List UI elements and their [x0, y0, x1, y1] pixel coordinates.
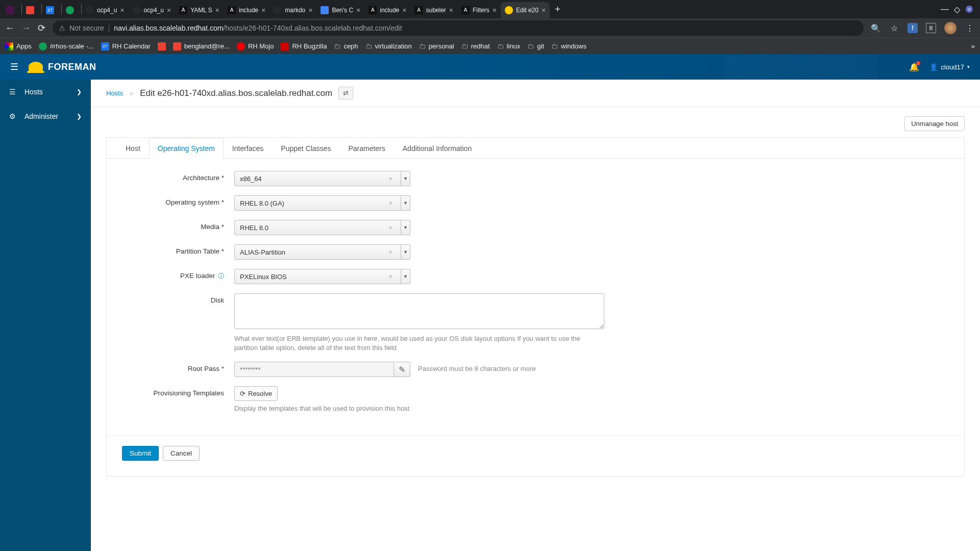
tab-parameters[interactable]: Parameters — [339, 138, 394, 159]
browser-tab[interactable] — [2, 2, 21, 18]
chevron-right-icon: ❯ — [77, 88, 82, 95]
edit-password-button[interactable]: ✎ — [394, 362, 410, 377]
browser-tab[interactable]: 27 — [42, 2, 61, 18]
profile-avatar[interactable] — [944, 22, 957, 34]
browser-tab[interactable]: Ainclude× — [364, 2, 410, 18]
bookmarks-overflow-icon[interactable]: » — [971, 42, 975, 50]
close-icon[interactable]: × — [356, 6, 360, 14]
browser-tab[interactable]: markdo× — [270, 2, 316, 18]
folder-icon: 🗀 — [527, 42, 534, 50]
close-icon[interactable]: × — [493, 6, 497, 14]
forward-icon[interactable]: → — [21, 23, 31, 34]
tab-operating-system[interactable]: Operating System — [149, 138, 224, 159]
reload-icon[interactable]: ⟳ — [38, 22, 45, 34]
sidebar-item-administer[interactable]: ⚙ Administer ❯ — [0, 104, 91, 129]
cancel-button[interactable]: Cancel — [163, 446, 200, 461]
bookmark-folder[interactable]: 🗀virtualization — [365, 42, 412, 50]
close-icon[interactable]: × — [402, 6, 406, 14]
browser-tab[interactable]: Ainclude× — [224, 2, 270, 18]
bookmark-folder[interactable]: 🗀redhat — [461, 42, 490, 50]
notifications-icon[interactable]: 🔔 — [909, 62, 919, 72]
clear-icon[interactable]: × — [385, 224, 396, 231]
tab-additional-information[interactable]: Additional Information — [394, 138, 480, 159]
minimize-icon[interactable]: — — [941, 6, 948, 13]
unmanage-host-button[interactable]: Unmanage host — [904, 116, 965, 131]
swap-button[interactable]: ⇄ — [338, 87, 353, 99]
breadcrumb-root[interactable]: Hosts — [106, 89, 123, 97]
back-icon[interactable]: ← — [5, 23, 14, 34]
clear-icon[interactable]: × — [385, 176, 396, 182]
browser-tab-active[interactable]: Edit e20× — [501, 2, 550, 18]
chevron-down-icon[interactable]: ▼ — [401, 244, 410, 260]
browser-tab[interactable]: AFilters× — [457, 2, 501, 18]
close-icon[interactable]: × — [449, 6, 453, 14]
browser-tab[interactable] — [62, 2, 81, 18]
architecture-select[interactable]: x86_64× ▼ — [234, 171, 410, 186]
apps-icon — [5, 42, 13, 51]
close-icon[interactable]: × — [167, 6, 171, 14]
bookmark-item[interactable] — [158, 42, 166, 51]
close-icon[interactable]: × — [542, 6, 546, 14]
extension-icon[interactable]: f — [908, 23, 918, 33]
bookmarks-bar: Apps #rhos-scale -... 27RH Calendar beng… — [0, 38, 980, 54]
bookmark-apps[interactable]: Apps — [5, 42, 32, 51]
pxe-loader-select[interactable]: PXELinux BIOS× ▼ — [234, 269, 410, 284]
close-window-icon[interactable]: × — [966, 6, 973, 13]
browser-tab[interactable]: AYAML S× — [175, 2, 224, 18]
tab-interfaces[interactable]: Interfaces — [224, 138, 272, 159]
bookmark-item[interactable]: bengland@re... — [173, 42, 230, 51]
chevron-down-icon[interactable]: ▼ — [401, 269, 410, 284]
clear-icon[interactable]: × — [385, 273, 396, 280]
app-header: ☰ FOREMAN 🔔 👤 cloud17 ▾ — [0, 54, 980, 80]
extension-icon[interactable]: B — [926, 23, 936, 33]
chevron-down-icon[interactable]: ▼ — [401, 195, 410, 211]
bookmark-folder[interactable]: 🗀personal — [419, 42, 454, 50]
tab-puppet-classes[interactable]: Puppet Classes — [272, 138, 339, 159]
submit-button[interactable]: Submit — [122, 446, 159, 461]
browser-tab[interactable]: ocp4_u× — [129, 2, 176, 18]
tab-host[interactable]: Host — [117, 138, 149, 159]
bookmark-item[interactable]: RH Mojo — [237, 42, 274, 51]
bookmark-folder[interactable]: 🗀git — [527, 42, 544, 50]
media-select[interactable]: RHEL 8.0× ▼ — [234, 220, 410, 235]
bookmark-item[interactable]: #rhos-scale -... — [39, 42, 94, 51]
menu-icon[interactable]: ⋮ — [965, 23, 975, 33]
url-input[interactable]: ⚠ Not secure | navi.alias.bos.scalelab.r… — [53, 20, 864, 36]
bookmark-item[interactable]: RH Bugzilla — [281, 42, 327, 51]
logo[interactable]: FOREMAN — [29, 62, 96, 72]
browser-tab[interactable] — [22, 2, 41, 18]
partition-table-select[interactable]: ALIAS-Partition× ▼ — [234, 244, 410, 260]
os-select[interactable]: RHEL 8.0 (GA)× ▼ — [234, 195, 410, 211]
browser-tab[interactable]: ocp4_u× — [82, 2, 129, 18]
browser-tab[interactable]: Asubeler× — [410, 2, 457, 18]
disk-textarea[interactable] — [234, 293, 604, 329]
clear-icon[interactable]: × — [385, 200, 396, 206]
form-panel: Host Operating System Interfaces Puppet … — [106, 137, 965, 477]
star-icon[interactable]: ☆ — [889, 23, 899, 33]
sidebar-item-hosts[interactable]: ☰ Hosts ❯ — [0, 80, 91, 104]
gear-icon: ⚙ — [9, 112, 17, 120]
browser-tab[interactable]: Ben's C× — [316, 2, 364, 18]
close-icon[interactable]: × — [120, 6, 124, 14]
folder-icon: 🗀 — [551, 42, 558, 50]
close-icon[interactable]: × — [261, 6, 265, 14]
new-tab-button[interactable]: + — [550, 4, 566, 15]
folder-icon: 🗀 — [365, 42, 372, 50]
close-icon[interactable]: × — [308, 6, 312, 14]
maximize-icon[interactable]: ◇ — [953, 6, 961, 13]
bookmark-folder[interactable]: 🗀windows — [551, 42, 586, 50]
sidebar: ☰ Hosts ❯ ⚙ Administer ❯ — [0, 80, 91, 551]
root-pass-input[interactable] — [234, 362, 394, 377]
bookmark-folder[interactable]: 🗀ceph — [334, 42, 358, 50]
search-icon[interactable]: 🔍 — [871, 23, 881, 33]
bookmark-item[interactable]: 27RH Calendar — [101, 42, 151, 51]
bookmark-folder[interactable]: 🗀linux — [497, 42, 521, 50]
resolve-button[interactable]: ⟳Resolve — [234, 386, 278, 401]
chevron-down-icon[interactable]: ▼ — [401, 171, 410, 186]
hamburger-icon[interactable]: ☰ — [10, 61, 18, 72]
close-icon[interactable]: × — [215, 6, 219, 14]
info-icon[interactable]: ⓘ — [218, 272, 224, 280]
clear-icon[interactable]: × — [385, 249, 396, 255]
user-menu[interactable]: 👤 cloud17 ▾ — [929, 63, 970, 71]
chevron-down-icon[interactable]: ▼ — [401, 220, 410, 235]
